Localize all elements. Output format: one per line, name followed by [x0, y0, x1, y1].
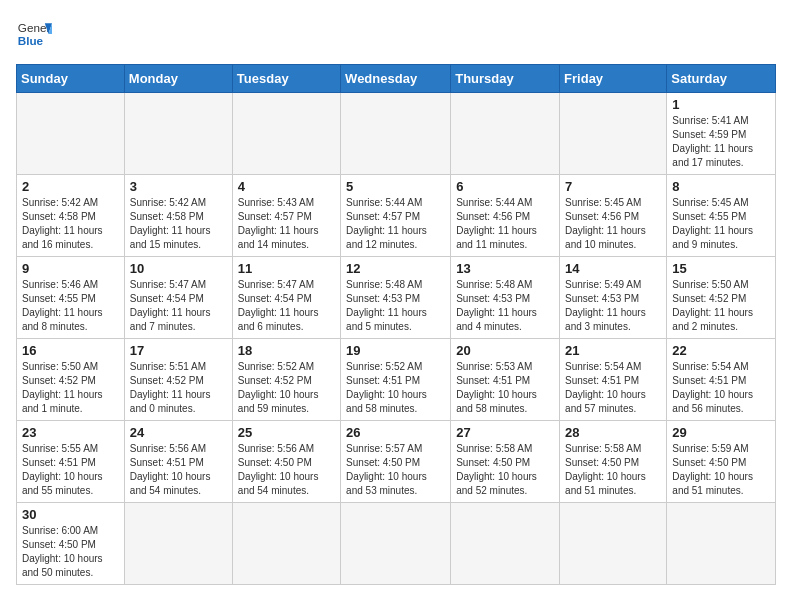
calendar-cell	[232, 93, 340, 175]
day-info: Sunrise: 5:42 AM Sunset: 4:58 PM Dayligh…	[130, 196, 227, 252]
calendar-cell: 17Sunrise: 5:51 AM Sunset: 4:52 PM Dayli…	[124, 339, 232, 421]
day-info: Sunrise: 5:50 AM Sunset: 4:52 PM Dayligh…	[22, 360, 119, 416]
day-info: Sunrise: 6:00 AM Sunset: 4:50 PM Dayligh…	[22, 524, 119, 580]
day-number: 25	[238, 425, 335, 440]
calendar-cell	[232, 503, 340, 585]
day-info: Sunrise: 5:52 AM Sunset: 4:52 PM Dayligh…	[238, 360, 335, 416]
day-number: 2	[22, 179, 119, 194]
calendar-cell: 9Sunrise: 5:46 AM Sunset: 4:55 PM Daylig…	[17, 257, 125, 339]
calendar-cell	[341, 503, 451, 585]
day-info: Sunrise: 5:43 AM Sunset: 4:57 PM Dayligh…	[238, 196, 335, 252]
calendar-cell	[451, 503, 560, 585]
weekday-header-tuesday: Tuesday	[232, 65, 340, 93]
day-info: Sunrise: 5:42 AM Sunset: 4:58 PM Dayligh…	[22, 196, 119, 252]
calendar-week-3: 9Sunrise: 5:46 AM Sunset: 4:55 PM Daylig…	[17, 257, 776, 339]
calendar-cell: 7Sunrise: 5:45 AM Sunset: 4:56 PM Daylig…	[560, 175, 667, 257]
day-number: 5	[346, 179, 445, 194]
calendar-cell: 21Sunrise: 5:54 AM Sunset: 4:51 PM Dayli…	[560, 339, 667, 421]
day-number: 28	[565, 425, 661, 440]
calendar-cell: 19Sunrise: 5:52 AM Sunset: 4:51 PM Dayli…	[341, 339, 451, 421]
calendar-cell: 28Sunrise: 5:58 AM Sunset: 4:50 PM Dayli…	[560, 421, 667, 503]
day-number: 7	[565, 179, 661, 194]
calendar-cell	[341, 93, 451, 175]
weekday-header-row: SundayMondayTuesdayWednesdayThursdayFrid…	[17, 65, 776, 93]
weekday-header-thursday: Thursday	[451, 65, 560, 93]
calendar-table: SundayMondayTuesdayWednesdayThursdayFrid…	[16, 64, 776, 585]
day-info: Sunrise: 5:48 AM Sunset: 4:53 PM Dayligh…	[346, 278, 445, 334]
day-number: 1	[672, 97, 770, 112]
calendar-cell: 10Sunrise: 5:47 AM Sunset: 4:54 PM Dayli…	[124, 257, 232, 339]
day-info: Sunrise: 5:44 AM Sunset: 4:57 PM Dayligh…	[346, 196, 445, 252]
calendar-cell: 6Sunrise: 5:44 AM Sunset: 4:56 PM Daylig…	[451, 175, 560, 257]
calendar-cell	[124, 93, 232, 175]
day-number: 12	[346, 261, 445, 276]
day-info: Sunrise: 5:50 AM Sunset: 4:52 PM Dayligh…	[672, 278, 770, 334]
day-info: Sunrise: 5:45 AM Sunset: 4:56 PM Dayligh…	[565, 196, 661, 252]
calendar-cell	[560, 93, 667, 175]
calendar-cell	[667, 503, 776, 585]
calendar-cell: 20Sunrise: 5:53 AM Sunset: 4:51 PM Dayli…	[451, 339, 560, 421]
calendar-cell: 22Sunrise: 5:54 AM Sunset: 4:51 PM Dayli…	[667, 339, 776, 421]
day-info: Sunrise: 5:51 AM Sunset: 4:52 PM Dayligh…	[130, 360, 227, 416]
calendar-cell: 26Sunrise: 5:57 AM Sunset: 4:50 PM Dayli…	[341, 421, 451, 503]
day-number: 13	[456, 261, 554, 276]
day-number: 26	[346, 425, 445, 440]
day-info: Sunrise: 5:56 AM Sunset: 4:50 PM Dayligh…	[238, 442, 335, 498]
calendar-cell: 13Sunrise: 5:48 AM Sunset: 4:53 PM Dayli…	[451, 257, 560, 339]
day-number: 8	[672, 179, 770, 194]
calendar-cell: 8Sunrise: 5:45 AM Sunset: 4:55 PM Daylig…	[667, 175, 776, 257]
calendar-cell: 5Sunrise: 5:44 AM Sunset: 4:57 PM Daylig…	[341, 175, 451, 257]
day-info: Sunrise: 5:58 AM Sunset: 4:50 PM Dayligh…	[456, 442, 554, 498]
day-info: Sunrise: 5:54 AM Sunset: 4:51 PM Dayligh…	[565, 360, 661, 416]
day-number: 9	[22, 261, 119, 276]
day-info: Sunrise: 5:52 AM Sunset: 4:51 PM Dayligh…	[346, 360, 445, 416]
day-number: 17	[130, 343, 227, 358]
calendar-cell	[451, 93, 560, 175]
day-info: Sunrise: 5:44 AM Sunset: 4:56 PM Dayligh…	[456, 196, 554, 252]
day-number: 19	[346, 343, 445, 358]
calendar-cell: 18Sunrise: 5:52 AM Sunset: 4:52 PM Dayli…	[232, 339, 340, 421]
calendar-week-1: 1Sunrise: 5:41 AM Sunset: 4:59 PM Daylig…	[17, 93, 776, 175]
calendar-week-2: 2Sunrise: 5:42 AM Sunset: 4:58 PM Daylig…	[17, 175, 776, 257]
day-info: Sunrise: 5:54 AM Sunset: 4:51 PM Dayligh…	[672, 360, 770, 416]
day-number: 14	[565, 261, 661, 276]
calendar-cell	[124, 503, 232, 585]
day-info: Sunrise: 5:57 AM Sunset: 4:50 PM Dayligh…	[346, 442, 445, 498]
calendar-cell: 23Sunrise: 5:55 AM Sunset: 4:51 PM Dayli…	[17, 421, 125, 503]
day-info: Sunrise: 5:49 AM Sunset: 4:53 PM Dayligh…	[565, 278, 661, 334]
calendar-cell	[560, 503, 667, 585]
calendar-cell: 30Sunrise: 6:00 AM Sunset: 4:50 PM Dayli…	[17, 503, 125, 585]
day-info: Sunrise: 5:53 AM Sunset: 4:51 PM Dayligh…	[456, 360, 554, 416]
day-info: Sunrise: 5:46 AM Sunset: 4:55 PM Dayligh…	[22, 278, 119, 334]
calendar-cell: 14Sunrise: 5:49 AM Sunset: 4:53 PM Dayli…	[560, 257, 667, 339]
day-number: 15	[672, 261, 770, 276]
day-number: 10	[130, 261, 227, 276]
day-info: Sunrise: 5:55 AM Sunset: 4:51 PM Dayligh…	[22, 442, 119, 498]
logo-icon: General Blue	[16, 16, 52, 52]
calendar-cell: 1Sunrise: 5:41 AM Sunset: 4:59 PM Daylig…	[667, 93, 776, 175]
day-number: 16	[22, 343, 119, 358]
weekday-header-saturday: Saturday	[667, 65, 776, 93]
calendar-cell: 2Sunrise: 5:42 AM Sunset: 4:58 PM Daylig…	[17, 175, 125, 257]
calendar-cell: 29Sunrise: 5:59 AM Sunset: 4:50 PM Dayli…	[667, 421, 776, 503]
day-info: Sunrise: 5:48 AM Sunset: 4:53 PM Dayligh…	[456, 278, 554, 334]
weekday-header-sunday: Sunday	[17, 65, 125, 93]
calendar-cell: 11Sunrise: 5:47 AM Sunset: 4:54 PM Dayli…	[232, 257, 340, 339]
day-info: Sunrise: 5:47 AM Sunset: 4:54 PM Dayligh…	[238, 278, 335, 334]
svg-text:Blue: Blue	[18, 34, 44, 47]
calendar-cell: 12Sunrise: 5:48 AM Sunset: 4:53 PM Dayli…	[341, 257, 451, 339]
logo: General Blue	[16, 16, 52, 52]
calendar-cell: 24Sunrise: 5:56 AM Sunset: 4:51 PM Dayli…	[124, 421, 232, 503]
weekday-header-friday: Friday	[560, 65, 667, 93]
day-number: 11	[238, 261, 335, 276]
calendar-week-4: 16Sunrise: 5:50 AM Sunset: 4:52 PM Dayli…	[17, 339, 776, 421]
day-number: 24	[130, 425, 227, 440]
calendar-cell: 16Sunrise: 5:50 AM Sunset: 4:52 PM Dayli…	[17, 339, 125, 421]
day-number: 22	[672, 343, 770, 358]
calendar-cell: 25Sunrise: 5:56 AM Sunset: 4:50 PM Dayli…	[232, 421, 340, 503]
day-number: 29	[672, 425, 770, 440]
day-info: Sunrise: 5:58 AM Sunset: 4:50 PM Dayligh…	[565, 442, 661, 498]
day-info: Sunrise: 5:41 AM Sunset: 4:59 PM Dayligh…	[672, 114, 770, 170]
day-info: Sunrise: 5:45 AM Sunset: 4:55 PM Dayligh…	[672, 196, 770, 252]
day-number: 30	[22, 507, 119, 522]
